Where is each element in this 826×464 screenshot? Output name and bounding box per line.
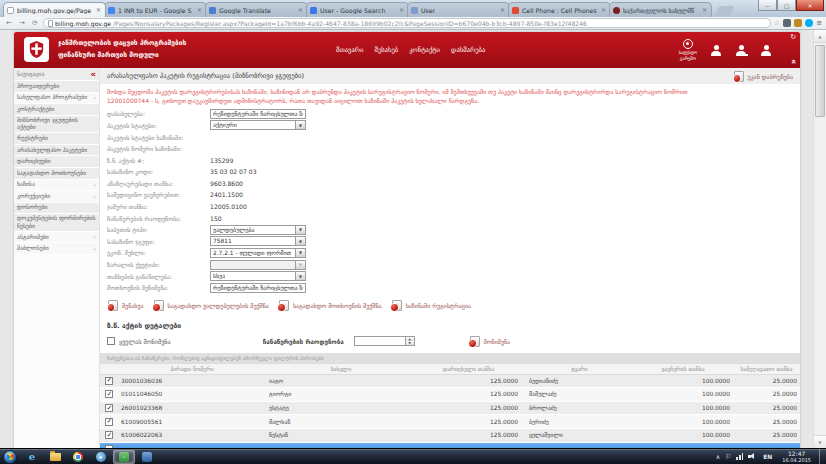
user-card-icon[interactable] xyxy=(735,45,747,56)
table-row[interactable]: 61006022063 ნესტან 125.0000 ყელაშვილი 10… xyxy=(100,429,800,443)
collapse-up-icon[interactable] xyxy=(789,59,798,64)
tab-search[interactable]: User - Google Search xyxy=(306,2,409,17)
media-player-button[interactable] xyxy=(90,450,112,464)
sidebar-item-target-group-acts[interactable]: მიზნობრივი ჯგუფების აქტები xyxy=(14,116,99,133)
row-checkbox[interactable] xyxy=(105,404,113,412)
record-count-input[interactable] xyxy=(354,336,406,346)
new-tab-button[interactable] xyxy=(715,6,735,16)
row-checkbox[interactable] xyxy=(105,418,113,426)
tab-close-icon[interactable] xyxy=(297,6,304,14)
cell-voucher: 100.0000 xyxy=(633,432,733,438)
explorer-button[interactable] xyxy=(44,450,66,464)
refresh-icon[interactable] xyxy=(790,33,796,41)
user-icon[interactable] xyxy=(710,45,722,56)
tab-gov[interactable]: საქართველოს სახელმწ xyxy=(609,2,712,17)
nav-contact[interactable]: კონტაქტი xyxy=(409,46,440,54)
stepper-down-icon[interactable] xyxy=(406,341,414,345)
address-bar[interactable]: billing.moh.gov.ge /Pages/NonsalaryPacka… xyxy=(43,18,771,28)
table-row[interactable]: 30001036036 იაგო 125.0000 ბედიანიძე 100.… xyxy=(100,375,800,389)
name-input[interactable] xyxy=(210,109,306,119)
reload-button[interactable] xyxy=(30,18,40,28)
distribution-select[interactable]: სხვა xyxy=(210,271,306,281)
tab-billing[interactable]: billing.moh.gov.ge/Page xyxy=(3,2,106,17)
tab-user[interactable]: User xyxy=(407,2,510,17)
sidebar-item-corrections[interactable]: კორექციები xyxy=(14,191,99,203)
document-type-select[interactable]: ვალდებულება xyxy=(210,225,306,235)
scrollbar-thumb[interactable] xyxy=(815,45,825,117)
start-button[interactable] xyxy=(3,450,17,464)
treasury-register-button[interactable]: ხაზინაში რეგისტრაცია xyxy=(392,300,471,311)
maximize-button[interactable] xyxy=(777,0,796,11)
tab-close-icon[interactable] xyxy=(701,6,708,14)
table-row[interactable]: 01011046050 გიორგი 125.0000 მამულაძე 100… xyxy=(100,388,800,402)
language-indicator[interactable]: EN xyxy=(761,453,774,460)
tab-close-icon[interactable] xyxy=(196,6,203,14)
save-button[interactable]: შენახვა xyxy=(108,300,144,311)
act-details-controls: ყველას მონიშვნა ჩანაწერების რაოდენობა მო… xyxy=(107,336,800,347)
sidebar-item-donors[interactable]: დონორები xyxy=(14,203,99,215)
show-desktop-button[interactable] xyxy=(819,449,825,464)
sidebar-item-templates[interactable]: შაბლონები xyxy=(14,243,99,255)
tab-close-icon[interactable] xyxy=(600,6,607,14)
nav-home[interactable]: მთავარი xyxy=(336,46,363,54)
mark-button[interactable]: მონიშვნა xyxy=(470,336,510,347)
tab-close-icon[interactable] xyxy=(95,6,102,14)
tab-close-icon[interactable] xyxy=(499,6,506,14)
tab-shop[interactable]: Cell Phone : Cell Phones xyxy=(508,2,611,17)
go-back-button[interactable]: უკან დაბრუნება xyxy=(734,71,793,82)
tab-currency[interactable]: 1 INR to EUR - Google S xyxy=(104,2,207,17)
minimize-button[interactable] xyxy=(758,0,777,11)
sidebar-item-accruals[interactable]: დარიცხვები xyxy=(14,156,99,168)
sidebar-item-registers[interactable]: რეესტრები xyxy=(14,133,99,145)
nav-help[interactable]: დახმარება xyxy=(451,46,485,54)
site-body: ნავიგაცია პროვაიდერები სახელფასო პროგრამ… xyxy=(14,68,800,448)
nav-about[interactable]: შესახებ xyxy=(374,46,398,54)
sidebar-collapse-icon[interactable] xyxy=(91,69,97,79)
skype-extension-icon[interactable] xyxy=(805,19,813,27)
moh-logo-icon[interactable] xyxy=(24,37,49,62)
sidebar-item-payment-requests[interactable]: საგადახდო მოთხოვნები xyxy=(14,168,99,180)
table-row[interactable]: 61009005561 მალხაზ 125.0000 ბერიძე 100.0… xyxy=(100,415,800,429)
request-note-input[interactable] xyxy=(210,283,306,293)
blue-app-button[interactable] xyxy=(136,450,158,464)
tray-expand-icon[interactable] xyxy=(716,453,720,460)
sidebar-item-reports[interactable]: ანგარიშები xyxy=(14,232,99,244)
row-checkbox[interactable] xyxy=(105,377,113,385)
scroll-down-button[interactable] xyxy=(814,435,826,448)
treasury-group-select[interactable]: 75811 xyxy=(210,236,306,246)
select-all-checkbox[interactable] xyxy=(107,337,115,345)
page-scrollbar[interactable] xyxy=(813,30,826,448)
taskbar-clock[interactable]: 12:47 16.04.2015 xyxy=(779,450,814,463)
package-status-select[interactable]: აქტიური xyxy=(210,120,306,130)
chrome-button[interactable] xyxy=(67,450,89,464)
sidebar-item-providers[interactable]: პროვაიდერები xyxy=(14,81,99,93)
row-checkbox[interactable] xyxy=(105,431,113,439)
create-payment-request-button[interactable]: საგადახდო მოთხოვნის შექმნა xyxy=(279,300,382,311)
sidebar-item-nonsalary-packages[interactable]: არასახელფასო პაკეტები xyxy=(14,145,99,157)
active-app-button[interactable] xyxy=(113,450,135,464)
browser-menu-icon[interactable] xyxy=(816,19,822,27)
sidebar-item-treasury[interactable]: ხაზინა xyxy=(14,180,99,192)
sidebar-item-document-rules[interactable]: დოკუმენტების ფორმირების წესები xyxy=(14,214,99,231)
action-center-flag-icon[interactable] xyxy=(725,453,731,461)
bookmark-star-icon[interactable] xyxy=(774,19,780,27)
create-payment-obligation-button[interactable]: საგადახდო ვალდებულების შექმნა xyxy=(154,300,269,311)
extension-icon[interactable] xyxy=(794,19,802,27)
scroll-up-button[interactable] xyxy=(814,30,826,43)
row-checkbox[interactable] xyxy=(105,390,113,398)
volume-icon[interactable] xyxy=(748,453,756,460)
tab-close-icon[interactable] xyxy=(398,6,405,14)
forward-nav-button[interactable] xyxy=(17,18,27,28)
sidebar-item-contracts[interactable]: კონტრაქტები xyxy=(14,104,99,116)
network-icon[interactable] xyxy=(736,453,743,460)
tab-translate[interactable]: Google Translate xyxy=(205,2,308,17)
econ-article-select[interactable]: 2.7.2.1 - ფულადი ფორმით xyxy=(210,248,306,258)
extension-icon[interactable] xyxy=(783,19,791,27)
chevron-right-icon xyxy=(94,233,96,241)
sidebar-item-salary-programs[interactable]: სახელფასო პროგრამები xyxy=(14,93,99,105)
internet-explorer-button[interactable] xyxy=(21,450,43,464)
back-nav-button[interactable] xyxy=(4,18,14,28)
users-icon[interactable] xyxy=(760,45,772,56)
close-button[interactable] xyxy=(796,0,824,11)
table-row[interactable]: 26001023368 ესტატე 125.0000 ბროლაძე 100.… xyxy=(100,402,800,416)
